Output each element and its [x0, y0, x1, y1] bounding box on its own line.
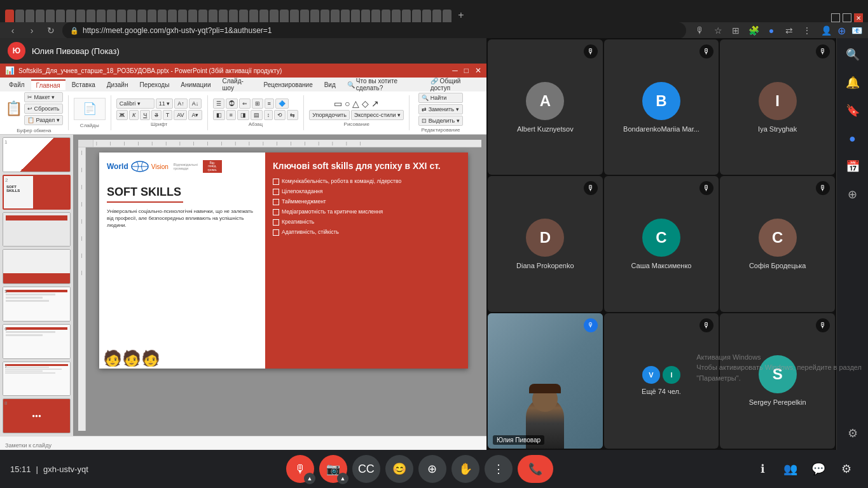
meet-info-icon[interactable]: ℹ: [751, 458, 774, 480]
address-bar[interactable]: 🔒 https://meet.google.com/gxh-ustv-yqt?p…: [62, 22, 686, 39]
name-sergey: Sergey Perepelkin: [747, 398, 809, 406]
settings-side-icon[interactable]: ⚙: [841, 422, 864, 445]
participants-icon[interactable]: 👥: [779, 458, 802, 480]
columns-btn[interactable]: ⊞: [252, 98, 263, 109]
activities-icon[interactable]: ⚙: [835, 458, 858, 480]
forward-button[interactable]: ›: [24, 23, 39, 38]
google-account-icon[interactable]: 👤: [820, 24, 832, 37]
outlook-icon[interactable]: 📧: [850, 24, 863, 37]
google-circle-icon[interactable]: ●: [841, 127, 864, 150]
mic-arrow-btn[interactable]: ▲: [304, 473, 315, 484]
slide-thumb-6[interactable]: 6: [3, 324, 71, 359]
cut-btn[interactable]: ✂ Макет ▾: [24, 92, 63, 102]
tab-design[interactable]: Дизайн: [102, 80, 134, 90]
align-right-btn[interactable]: ◨: [237, 110, 249, 120]
bookmark-side-icon[interactable]: 🔖: [841, 99, 864, 122]
back-button[interactable]: ‹: [5, 23, 20, 38]
chat-icon[interactable]: 💬: [807, 458, 830, 480]
align-center-btn[interactable]: ≡: [226, 110, 236, 120]
tab-file[interactable]: Файл: [4, 80, 30, 90]
slide-thumb-3[interactable]: 3: [3, 212, 71, 247]
refresh-button[interactable]: ↻: [43, 23, 59, 38]
linespacing-btn[interactable]: ↕: [264, 110, 273, 120]
tab-animations[interactable]: Анимации: [176, 80, 216, 90]
convert-btn[interactable]: ⇆: [287, 110, 298, 120]
decrease-font[interactable]: A↓: [189, 98, 202, 109]
justify-btn[interactable]: ▤: [251, 110, 263, 120]
avatar-sasha: C: [642, 219, 680, 257]
google-search-icon[interactable]: 🔍: [841, 43, 864, 66]
tab-slideshow[interactable]: Слайд-шоу: [217, 76, 257, 93]
mic-browser-icon[interactable]: 🎙: [694, 24, 706, 37]
bullets-btn[interactable]: ☰: [213, 98, 224, 109]
charspacing-btn[interactable]: AV: [174, 110, 187, 120]
select-btn[interactable]: ⊡ Выделить ▾: [418, 116, 463, 126]
shapes-gallery[interactable]: ▭ ○ △ ◇ ↗: [334, 98, 379, 109]
profile-icon[interactable]: ●: [765, 24, 778, 37]
replace-btn[interactable]: ⇄ Заменить ▾: [418, 104, 463, 114]
italic-btn[interactable]: К: [129, 110, 139, 120]
shadow-btn[interactable]: Т: [163, 110, 173, 120]
arrange-btn[interactable]: Упорядочить: [309, 110, 350, 120]
avatar-bondarenko: B: [642, 82, 680, 120]
calendar-side-icon[interactable]: 📅: [841, 155, 864, 178]
skill-text-5: Креативність: [282, 219, 314, 225]
ppt-minimize-btn[interactable]: ─: [452, 66, 458, 75]
slide-panel: 1 2 SOFTSKILLS 3: [0, 135, 73, 436]
captions-button[interactable]: CC: [352, 455, 380, 483]
ppt-maximize-btn[interactable]: □: [464, 66, 469, 75]
slide-thumb-7[interactable]: 7: [3, 362, 71, 396]
skill-checkbox-1: [273, 179, 279, 185]
align-text-btn[interactable]: ≡: [265, 98, 274, 109]
slide-thumb-2[interactable]: 2 SOFTSKILLS: [3, 175, 71, 210]
font-size[interactable]: 11 ▾: [156, 98, 174, 109]
sync-icon[interactable]: ⇄: [783, 24, 796, 37]
paste-group: 📋 ✂ Макет ▾ ↩ Сбросить 📋 Раздел ▾ Буфер …: [5, 95, 69, 130]
font-name[interactable]: Calibri ▾: [116, 98, 155, 109]
notifications-icon[interactable]: 🔔: [841, 71, 864, 94]
direction-btn[interactable]: ⟲: [274, 110, 286, 120]
camera-arrow-btn[interactable]: ▲: [337, 473, 348, 484]
copy-btn[interactable]: ↩ Сбросить: [24, 104, 63, 114]
more-options-button[interactable]: ⋮: [485, 455, 513, 483]
new-slide-btn[interactable]: 📄: [74, 98, 106, 120]
increase-font[interactable]: A↑: [174, 98, 188, 109]
numbering-btn[interactable]: ⓵: [226, 98, 238, 109]
new-tab-button[interactable]: +: [454, 8, 468, 22]
find-btn[interactable]: 🔍 Найти: [418, 93, 463, 103]
slide-thumb-4[interactable]: 4: [3, 249, 71, 284]
tab-review[interactable]: Рецензирование: [258, 80, 317, 90]
end-call-button[interactable]: 📞: [518, 455, 553, 483]
maximize-button[interactable]: [843, 13, 851, 22]
share-screen-button[interactable]: ⊕: [418, 455, 446, 483]
tab-home[interactable]: Главная: [31, 79, 65, 90]
rtl-btn[interactable]: ⇐: [239, 98, 251, 109]
raise-hand-button[interactable]: ✋: [451, 455, 479, 483]
slide-thumb-1[interactable]: 1: [3, 137, 71, 172]
tab-view[interactable]: Вид: [319, 80, 341, 90]
fontcolor-btn[interactable]: A▾: [188, 110, 202, 120]
tab-search-icon[interactable]: ⊞: [729, 24, 742, 37]
bold-btn[interactable]: Ж: [116, 110, 128, 120]
share-btn[interactable]: 🔗 Общий доступ: [425, 76, 483, 93]
emoji-button[interactable]: 😊: [385, 455, 413, 483]
quickstyles-btn[interactable]: Экспресс-стили ▾: [351, 110, 404, 120]
tab-transitions[interactable]: Переходы: [134, 80, 174, 90]
tab-insert[interactable]: Вставка: [67, 80, 100, 90]
bookmark-icon[interactable]: ☆: [712, 24, 724, 37]
paste-btn[interactable]: 📋: [5, 100, 22, 117]
align-left-btn[interactable]: ◧: [213, 110, 225, 120]
more-side-icon[interactable]: ⊕: [841, 183, 864, 206]
ppt-close-btn[interactable]: ✕: [475, 66, 481, 75]
underline-btn[interactable]: Ч: [140, 110, 150, 120]
strikethrough-btn[interactable]: З: [151, 110, 161, 120]
extensions-icon[interactable]: 🧩: [747, 24, 760, 37]
slide-thumb-8[interactable]: 8 ●●●: [3, 398, 71, 433]
close-button[interactable]: ✕: [854, 13, 863, 22]
paste-spec-btn[interactable]: 📋 Раздел ▾: [24, 115, 63, 125]
minimize-button[interactable]: [831, 13, 840, 22]
smartart-btn[interactable]: 🔷: [275, 98, 289, 109]
slide-thumb-5[interactable]: 5: [3, 287, 71, 322]
tab-help[interactable]: 🔍 Что вы хотите сделать?: [342, 76, 424, 93]
more-options-icon[interactable]: ⋮: [801, 24, 813, 37]
